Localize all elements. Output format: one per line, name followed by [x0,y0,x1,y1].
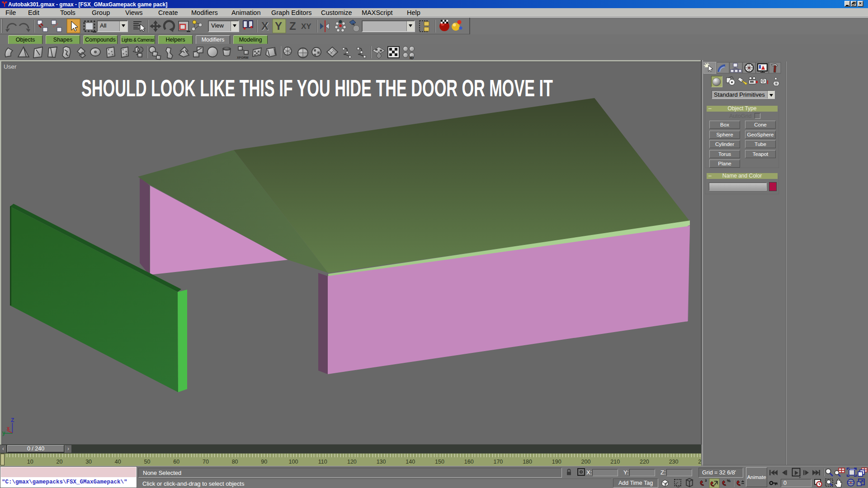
svg-text:ID: ID [410,56,414,60]
svg-text:SHOULD LOOK LIKE THIS IF YOU H: SHOULD LOOK LIKE THIS IF YOU HIDE THE DO… [81,75,553,101]
svg-text:3: 3 [705,479,707,483]
svg-text:Y: Y [275,20,282,32]
svg-text:Z: Z [289,20,296,32]
svg-text:User: User [4,63,17,70]
svg-text:X: X [261,20,269,32]
svg-text:XY: XY [301,22,311,31]
svg-text:%: % [727,479,731,483]
svg-text:XFORM: XFORM [237,56,248,59]
svg-text:x: x [7,425,10,432]
svg-text:Z: Z [11,417,14,423]
svg-text:y: y [2,430,5,436]
